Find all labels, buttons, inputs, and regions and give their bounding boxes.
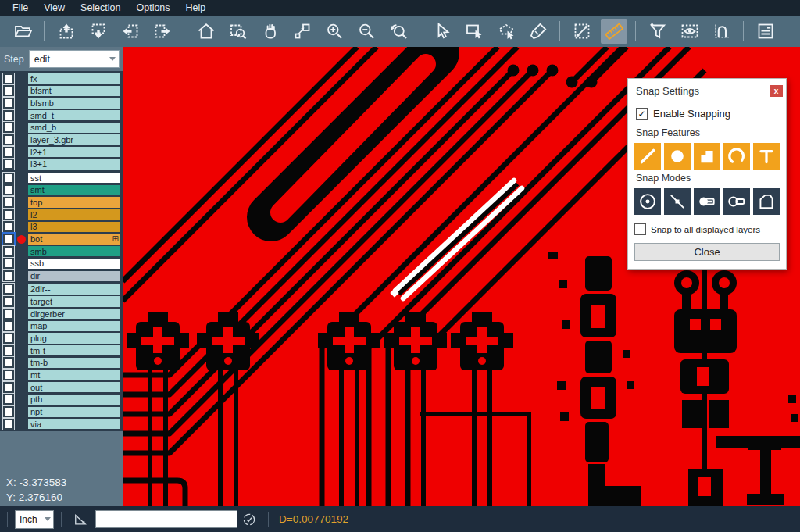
- view-area-eye-button[interactable]: [677, 19, 703, 44]
- apply-sync-icon[interactable]: [241, 511, 258, 528]
- layer-via[interactable]: via: [28, 419, 120, 429]
- enable-snapping-checkbox[interactable]: ✓: [636, 108, 648, 120]
- layer-plug[interactable]: plug: [28, 333, 120, 343]
- layer-pth[interactable]: pth: [28, 395, 120, 405]
- home-view-button[interactable]: [193, 19, 220, 44]
- menu-view[interactable]: View: [36, 1, 73, 15]
- menu-selection[interactable]: Selection: [73, 1, 128, 15]
- dialog-close-icon[interactable]: x: [770, 85, 783, 97]
- menu-help[interactable]: Help: [178, 1, 214, 15]
- text-snap-button[interactable]: [753, 143, 780, 170]
- slot-outline-snap-button[interactable]: [723, 188, 750, 215]
- report-form-button[interactable]: [752, 19, 779, 44]
- layer-visibility-checkbox[interactable]: [3, 173, 14, 184]
- layer-smb[interactable]: smb: [28, 246, 120, 256]
- layer-visibility-checkbox[interactable]: [3, 98, 14, 109]
- layer-2dir--[interactable]: 2dir--: [28, 284, 120, 295]
- layer-visibility-checkbox[interactable]: [3, 110, 14, 121]
- layer-out[interactable]: out: [28, 382, 120, 392]
- layer-smd_t[interactable]: smd_t: [28, 110, 120, 120]
- layer-mt[interactable]: mt: [28, 370, 120, 380]
- layer-smd_b[interactable]: smd_b: [28, 123, 120, 133]
- measure-input[interactable]: [95, 510, 238, 528]
- angle-tool-icon[interactable]: [72, 511, 89, 528]
- layer-visibility-checkbox[interactable]: [3, 284, 14, 295]
- select-arrow-button[interactable]: [429, 19, 455, 44]
- layer-visibility-checkbox[interactable]: [3, 357, 14, 368]
- surface-snap-button[interactable]: [694, 143, 720, 170]
- snap-all-layers-checkbox[interactable]: [634, 223, 646, 235]
- layer-visibility-checkbox[interactable]: [3, 85, 14, 96]
- import-step-button[interactable]: [53, 19, 80, 44]
- layer-l3[interactable]: l3: [28, 222, 120, 232]
- export-step-left-button[interactable]: [117, 19, 144, 44]
- layer-top[interactable]: top: [28, 197, 120, 207]
- layer-smt[interactable]: smt: [28, 185, 120, 195]
- center-snap-snap-button[interactable]: [634, 188, 661, 215]
- layer-dirgerber[interactable]: dirgerber: [28, 309, 120, 319]
- transform-shape-button[interactable]: [289, 19, 316, 44]
- arc-snap-button[interactable]: [723, 143, 750, 170]
- measure-point-button[interactable]: [569, 19, 595, 44]
- layer-tm-b[interactable]: tm-b: [28, 358, 120, 368]
- layer-visibility-checkbox[interactable]: [3, 419, 14, 430]
- layer-visibility-checkbox[interactable]: [3, 258, 14, 269]
- line-snap-button[interactable]: [634, 143, 661, 170]
- units-select[interactable]: Inch: [15, 510, 54, 529]
- menu-options[interactable]: Options: [128, 1, 177, 15]
- layer-visibility-checkbox[interactable]: [3, 406, 14, 417]
- layer-l2[interactable]: l2: [28, 209, 120, 220]
- select-polygon-button[interactable]: [493, 19, 520, 44]
- dialog-title-bar[interactable]: Snap Settings x: [636, 81, 783, 101]
- layer-visibility-checkbox[interactable]: [3, 333, 14, 344]
- pan-hand-button[interactable]: [257, 19, 284, 44]
- corner-snap-snap-button[interactable]: [753, 188, 780, 215]
- layer-visibility-checkbox[interactable]: [3, 73, 14, 84]
- zoom-out-button[interactable]: [353, 19, 380, 44]
- layer-target[interactable]: target: [28, 296, 120, 306]
- layer-layer_3.gbr[interactable]: layer_3.gbr: [28, 134, 120, 145]
- layer-l3+1[interactable]: l3+1: [28, 159, 120, 170]
- layer-visibility-checkbox[interactable]: [3, 134, 14, 145]
- export-step-down-button[interactable]: [85, 19, 112, 44]
- layer-visibility-checkbox[interactable]: [3, 197, 14, 208]
- ruler-button[interactable]: [601, 19, 627, 44]
- layer-l2+1[interactable]: l2+1: [28, 147, 120, 157]
- layer-visibility-checkbox[interactable]: [3, 345, 14, 356]
- zoom-window-button[interactable]: [225, 19, 252, 44]
- layer-visibility-checkbox[interactable]: [3, 296, 14, 307]
- layer-tm-t[interactable]: tm-t: [28, 345, 120, 355]
- layer-bfsmb[interactable]: bfsmb: [28, 98, 120, 108]
- layer-visibility-checkbox[interactable]: [3, 221, 14, 232]
- layer-bfsmt[interactable]: bfsmt: [28, 86, 120, 96]
- layer-visibility-checkbox[interactable]: [3, 122, 14, 133]
- paint-brush-button[interactable]: [525, 19, 552, 44]
- layer-map[interactable]: map: [28, 321, 120, 331]
- layer-visibility-checkbox[interactable]: [3, 234, 14, 245]
- layer-sst[interactable]: sst: [28, 173, 120, 183]
- layer-visibility-checkbox[interactable]: [3, 147, 14, 158]
- measure-net-button[interactable]: [709, 19, 735, 44]
- layer-visibility-checkbox[interactable]: [3, 184, 14, 195]
- layer-bot[interactable]: bot⊞: [28, 234, 120, 244]
- layer-visibility-checkbox[interactable]: [3, 394, 14, 405]
- close-button[interactable]: Close: [634, 243, 780, 261]
- layer-dir[interactable]: dir: [28, 271, 120, 281]
- select-rectangle-button[interactable]: [461, 19, 488, 44]
- zoom-in-button[interactable]: [321, 19, 348, 44]
- layer-npt[interactable]: npt: [28, 407, 120, 417]
- zoom-previous-button[interactable]: [385, 19, 412, 44]
- layer-visibility-checkbox[interactable]: [3, 320, 14, 331]
- layer-visibility-checkbox[interactable]: [3, 382, 14, 393]
- layer-visibility-checkbox[interactable]: [3, 370, 14, 380]
- pad-snap-button[interactable]: [664, 143, 691, 170]
- open-folder-button[interactable]: [9, 19, 36, 44]
- layer-fx[interactable]: fx: [28, 73, 120, 84]
- export-step-right-button[interactable]: [149, 19, 176, 44]
- layer-visibility-checkbox[interactable]: [3, 246, 14, 257]
- slot-filled-snap-button[interactable]: [694, 188, 720, 215]
- layer-ssb[interactable]: ssb: [28, 259, 120, 269]
- filter-button[interactable]: [645, 19, 671, 44]
- layer-visibility-checkbox[interactable]: [3, 159, 14, 170]
- step-select[interactable]: edit: [29, 50, 120, 68]
